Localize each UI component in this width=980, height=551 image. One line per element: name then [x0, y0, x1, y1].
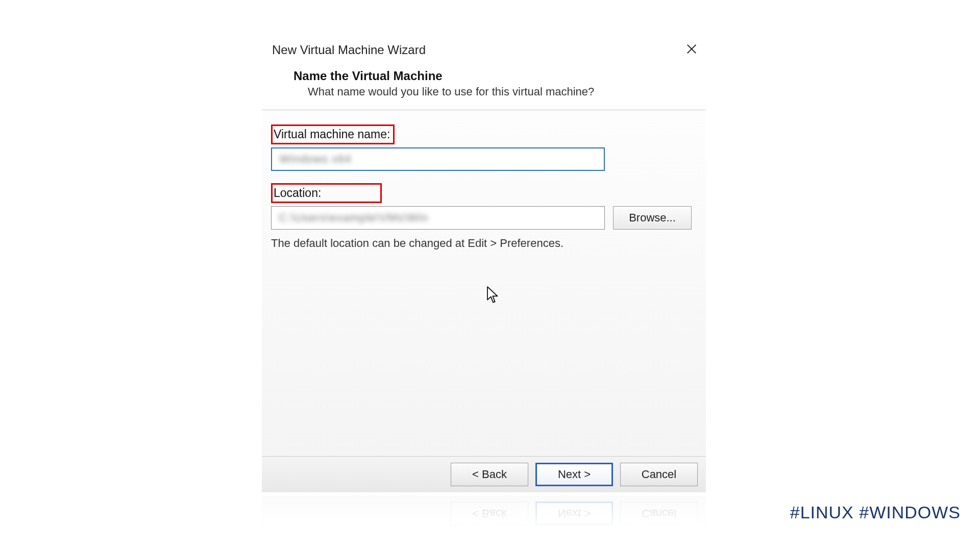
location-label-highlight: Location:	[271, 183, 382, 203]
hashtag-overlay: #LINUX #WINDOWS	[790, 503, 961, 522]
dialog-header: Name the Virtual Machine What name would…	[262, 63, 706, 110]
cancel-button-label: Cancel	[642, 468, 676, 481]
page-subheading: What name would you like to use for this…	[293, 85, 706, 98]
page-heading: Name the Virtual Machine	[293, 69, 706, 83]
browse-button-label: Browse...	[629, 211, 676, 224]
vm-name-label: Virtual machine name:	[273, 126, 393, 143]
location-value: C:\Users\example\VMs\Win	[279, 211, 428, 224]
vm-name-label-highlight: Virtual machine name:	[271, 124, 395, 144]
close-icon	[686, 42, 697, 58]
vm-name-input[interactable]: Windows x64	[271, 147, 605, 171]
location-hint: The default location can be changed at E…	[271, 237, 697, 250]
browse-button[interactable]: Browse...	[613, 206, 692, 230]
dialog-titlebar: New Virtual Machine Wizard	[262, 37, 706, 63]
button-bar-reflection: < Back Next > Cancel	[262, 491, 706, 532]
dialog-body: Virtual machine name: Windows x64 Locati…	[262, 110, 706, 456]
mouse-cursor-icon	[486, 286, 500, 306]
next-button-label: Next >	[558, 468, 591, 481]
close-button[interactable]	[679, 39, 704, 61]
next-button[interactable]: Next >	[535, 463, 613, 486]
cancel-button[interactable]: Cancel	[620, 463, 698, 486]
dialog-button-bar: < Back Next > Cancel	[262, 456, 706, 492]
vm-name-value: Windows x64	[279, 153, 352, 166]
dialog-title: New Virtual Machine Wizard	[272, 43, 426, 57]
location-input[interactable]: C:\Users\example\VMs\Win	[271, 206, 605, 230]
back-button[interactable]: < Back	[451, 463, 528, 486]
new-vm-wizard-dialog: New Virtual Machine Wizard Name the Virt…	[262, 37, 706, 492]
location-label: Location:	[273, 185, 324, 202]
back-button-label: < Back	[472, 468, 507, 481]
